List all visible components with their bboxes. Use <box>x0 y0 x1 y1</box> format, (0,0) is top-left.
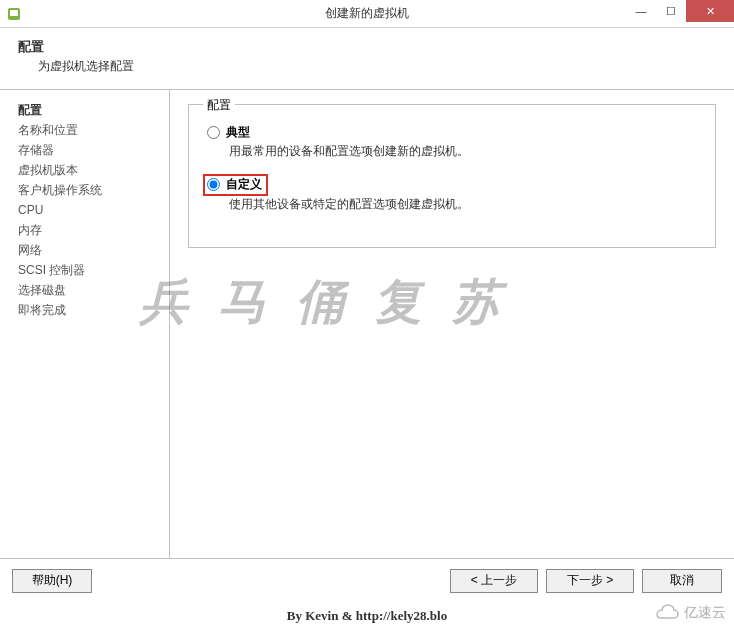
corner-logo-text: 亿速云 <box>684 604 726 622</box>
wizard-header: 配置 为虚拟机选择配置 <box>0 28 734 90</box>
wizard-steps-sidebar: 配置 名称和位置 存储器 虚拟机版本 客户机操作系统 CPU 内存 网络 SCS… <box>0 90 170 558</box>
radio-custom-desc: 使用其他设备或特定的配置选项创建虚拟机。 <box>229 196 701 213</box>
cloud-icon <box>652 604 680 622</box>
back-button[interactable]: < 上一步 <box>450 569 538 593</box>
main-area: 配置 名称和位置 存储器 虚拟机版本 客户机操作系统 CPU 内存 网络 SCS… <box>0 90 734 558</box>
sidebar-item-memory[interactable]: 内存 <box>18 220 169 240</box>
radio-typical-desc: 用最常用的设备和配置选项创建新的虚拟机。 <box>229 143 701 160</box>
window-title: 创建新的虚拟机 <box>325 5 409 22</box>
sidebar-item-guest-os[interactable]: 客户机操作系统 <box>18 180 169 200</box>
radio-option-custom[interactable]: 自定义 <box>207 176 262 193</box>
maximize-button[interactable]: ☐ <box>656 0 686 22</box>
wizard-content: 配置 典型 用最常用的设备和配置选项创建新的虚拟机。 自定义 使用其他设备或特定… <box>170 90 734 558</box>
sidebar-item-vm-version[interactable]: 虚拟机版本 <box>18 160 169 180</box>
cancel-button[interactable]: 取消 <box>642 569 722 593</box>
sidebar-item-network[interactable]: 网络 <box>18 240 169 260</box>
page-subtitle: 为虚拟机选择配置 <box>38 58 716 75</box>
sidebar-item-scsi[interactable]: SCSI 控制器 <box>18 260 169 280</box>
config-fieldset: 配置 典型 用最常用的设备和配置选项创建新的虚拟机。 自定义 使用其他设备或特定… <box>188 104 716 248</box>
window-controls: — ☐ ✕ <box>626 0 734 22</box>
sidebar-item-finish[interactable]: 即将完成 <box>18 300 169 320</box>
close-button[interactable]: ✕ <box>686 0 734 22</box>
svg-rect-1 <box>10 10 18 16</box>
radio-option-custom-highlight: 自定义 <box>203 174 268 196</box>
help-button[interactable]: 帮助(H) <box>12 569 92 593</box>
radio-custom[interactable] <box>207 178 220 191</box>
app-icon <box>6 6 22 22</box>
radio-typical-label: 典型 <box>226 124 250 141</box>
sidebar-item-name-location[interactable]: 名称和位置 <box>18 120 169 140</box>
attribution-text: By Kevin & http://kely28.blo <box>287 608 447 624</box>
sidebar-item-storage[interactable]: 存储器 <box>18 140 169 160</box>
sidebar-item-config[interactable]: 配置 <box>18 100 169 120</box>
sidebar-item-cpu[interactable]: CPU <box>18 200 169 220</box>
next-button[interactable]: 下一步 > <box>546 569 634 593</box>
corner-logo: 亿速云 <box>652 604 726 622</box>
page-title: 配置 <box>18 38 716 56</box>
titlebar: 创建新的虚拟机 — ☐ ✕ <box>0 0 734 28</box>
sidebar-item-disk[interactable]: 选择磁盘 <box>18 280 169 300</box>
wizard-footer: 帮助(H) < 上一步 下一步 > 取消 <box>0 558 734 602</box>
minimize-button[interactable]: — <box>626 0 656 22</box>
radio-option-typical[interactable]: 典型 <box>207 124 701 141</box>
fieldset-legend: 配置 <box>203 97 235 114</box>
radio-custom-label: 自定义 <box>226 176 262 193</box>
radio-typical[interactable] <box>207 126 220 139</box>
